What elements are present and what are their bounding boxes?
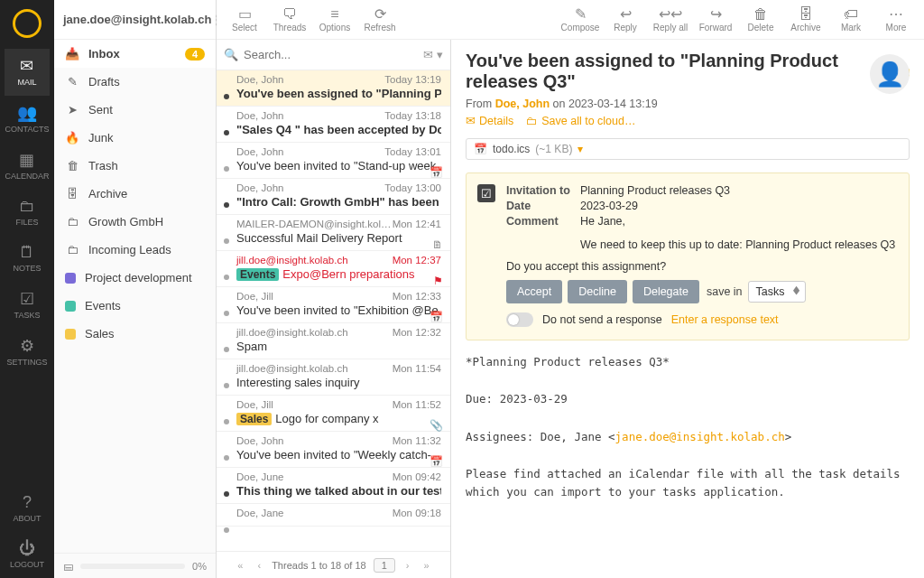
attachment-chip[interactable]: 📅 todo.ics (~1 KB) ▾ — [466, 138, 910, 160]
message-row[interactable]: Doe, JaneMon 09:18 — [217, 504, 450, 527]
sender-name[interactable]: Doe, John — [495, 98, 550, 110]
nav-rail: ✉MAIL👥CONTACTS▦CALENDAR🗀FILES🗒NOTES☑TASK… — [0, 0, 54, 578]
indicator-icon: 📅 — [430, 311, 443, 323]
enter-response-link[interactable]: Enter a response text — [671, 313, 779, 326]
rail-settings[interactable]: ⚙SETTINGS — [5, 329, 49, 376]
search-input[interactable] — [244, 48, 418, 61]
folder-inbox[interactable]: 📥Inbox4 — [54, 40, 216, 68]
rail-about[interactable]: ?ABOUT — [10, 486, 44, 532]
folder-drafts[interactable]: ✎Drafts — [54, 68, 216, 96]
mark-button[interactable]: 🏷Mark — [830, 2, 872, 38]
folder-icon: 🗀 — [65, 215, 79, 228]
rail-contacts[interactable]: 👥CONTACTS — [5, 96, 49, 143]
message-subject: This thing we talked about in our test… — [236, 484, 441, 498]
message-from: jill.doe@insight.kolab.ch — [236, 327, 348, 338]
rail-logout[interactable]: ⏻LOGOUT — [10, 532, 44, 578]
save-cloud-link[interactable]: 🗀Save all to cloud… — [526, 114, 635, 127]
forward-icon: ↪ — [710, 7, 722, 22]
folder-list: 📥Inbox4✎Drafts➤Sent🔥Junk🗑Trash🗄Archive🗀G… — [54, 40, 216, 553]
folder-project-development[interactable]: Project development — [54, 264, 216, 292]
folder-growth-gmbh[interactable]: 🗀Growth GmbH — [54, 208, 216, 236]
folder-icon: 🗑 — [65, 159, 79, 172]
rail-notes[interactable]: 🗒NOTES — [5, 236, 49, 282]
quota-pct: 0% — [192, 561, 207, 572]
pager-prev-icon[interactable]: ‹ — [254, 560, 264, 571]
account-header[interactable]: jane.doe@insight.kolab.ch ⋮ — [54, 0, 216, 40]
rail-mail[interactable]: ✉MAIL — [5, 49, 49, 96]
calendar-icon: ▦ — [5, 150, 49, 170]
search-icon: 🔍 — [224, 48, 238, 61]
calendar-file-icon: 📅 — [474, 143, 487, 155]
folder-sales[interactable]: Sales — [54, 320, 216, 348]
tag-chip: Sales — [236, 413, 272, 425]
compose-button[interactable]: ✎Compose — [559, 2, 601, 38]
reply-button[interactable]: ↩Reply — [605, 2, 646, 38]
message-date: Mon 11:54 — [393, 363, 441, 374]
folder-events[interactable]: Events — [54, 292, 216, 320]
folder-incoming-leads[interactable]: 🗀Incoming Leads — [54, 236, 216, 264]
accept-button[interactable]: Accept — [506, 280, 562, 303]
refresh-button[interactable]: ⟳Refresh — [359, 2, 401, 38]
assignee-email-link[interactable]: jane.doe@insight.kolab.ch — [615, 430, 785, 443]
app-logo — [13, 9, 42, 38]
forward-button[interactable]: ↪Forward — [695, 2, 736, 38]
unread-dot — [224, 491, 229, 497]
message-row[interactable]: Doe, JillMon 12:33You've been invited to… — [217, 287, 450, 323]
folder-sent[interactable]: ➤Sent — [54, 96, 216, 124]
pager-next-icon[interactable]: › — [402, 560, 413, 571]
message-row[interactable]: Doe, JohnToday 13:18"Sales Q4 " has been… — [217, 107, 450, 143]
tag-icon — [65, 273, 76, 284]
toolbar: ▭Select🗨Threads≡Options⟳Refresh ✎Compose… — [217, 0, 924, 40]
archive-button[interactable]: 🗄Archive — [785, 2, 827, 38]
message-date: Mon 12:33 — [393, 291, 441, 302]
message-subject: "Sales Q4 " has been accepted by Do… — [236, 123, 441, 136]
message-row[interactable]: Doe, JohnMon 11:32You've been invited to… — [217, 432, 450, 468]
message-row[interactable]: jill.doe@insight.kolab.chMon 11:54Intere… — [217, 359, 450, 396]
threads-button[interactable]: 🗨Threads — [269, 2, 310, 38]
delete-button[interactable]: 🗑Delete — [740, 2, 781, 38]
reply-all-button[interactable]: ↩↩Reply all — [650, 2, 691, 38]
unread-dot — [224, 455, 229, 461]
message-date: Mon 11:32 — [393, 435, 441, 446]
message-from: Doe, John — [236, 146, 283, 157]
options-button[interactable]: ≡Options — [314, 2, 356, 38]
delegate-button[interactable]: Delegate — [633, 280, 699, 303]
tag-icon — [65, 329, 76, 340]
rail-calendar[interactable]: ▦CALENDAR — [5, 143, 49, 190]
message-row[interactable]: Doe, JohnToday 13:00"Intro Call: Growth … — [217, 179, 450, 215]
message-date: Today 13:01 — [384, 146, 441, 157]
no-response-toggle[interactable] — [506, 312, 533, 327]
details-link[interactable]: ✉Details — [466, 114, 513, 127]
unread-dot — [224, 383, 229, 388]
save-target-select[interactable]: Tasks — [748, 281, 806, 303]
files-icon: 🗀 — [5, 197, 49, 216]
unread-dot — [224, 94, 229, 99]
message-row[interactable]: jill.doe@insight.kolab.chMon 12:32Spam — [217, 323, 450, 359]
pager-page[interactable]: 1 — [374, 558, 395, 573]
message-row[interactable]: MAILER-DAEMON@insight.kol…Mon 12:41Succe… — [217, 215, 450, 251]
indicator-icon: 🗎 — [432, 238, 443, 251]
message-row[interactable]: Doe, JuneMon 09:42This thing we talked a… — [217, 468, 450, 504]
indicator-icon: 📅 — [430, 166, 443, 179]
quota-icon: 🖴 — [63, 561, 73, 572]
pager-last-icon[interactable]: » — [420, 560, 433, 571]
folder-trash[interactable]: 🗑Trash — [54, 152, 216, 180]
folder-archive[interactable]: 🗄Archive — [54, 180, 216, 208]
folder-junk[interactable]: 🔥Junk — [54, 124, 216, 152]
search-scope-icon[interactable]: ✉ ▾ — [423, 48, 443, 61]
message-row[interactable]: jill.doe@insight.kolab.chMon 12:37Events… — [217, 251, 450, 287]
message-row[interactable]: Doe, JohnToday 13:01You've been invited … — [217, 143, 450, 179]
chevron-down-icon[interactable]: ▾ — [578, 143, 583, 155]
message-row[interactable]: Doe, JohnToday 13:19You've been assigned… — [217, 70, 450, 107]
message-subject: Spam — [236, 340, 441, 353]
more-button[interactable]: ⋯More — [875, 2, 917, 38]
message-row[interactable]: Doe, JillMon 11:52Sales Logo for company… — [217, 396, 450, 432]
pager-first-icon[interactable]: « — [234, 560, 246, 571]
rail-tasks[interactable]: ☑TASKS — [5, 282, 49, 329]
search-bar[interactable]: 🔍 ✉ ▾ — [217, 40, 450, 70]
select-button[interactable]: ▭Select — [224, 2, 265, 38]
message-from: Doe, John — [236, 182, 283, 193]
delete-icon: 🗑 — [753, 7, 768, 22]
decline-button[interactable]: Decline — [568, 280, 627, 303]
rail-files[interactable]: 🗀FILES — [5, 190, 49, 236]
